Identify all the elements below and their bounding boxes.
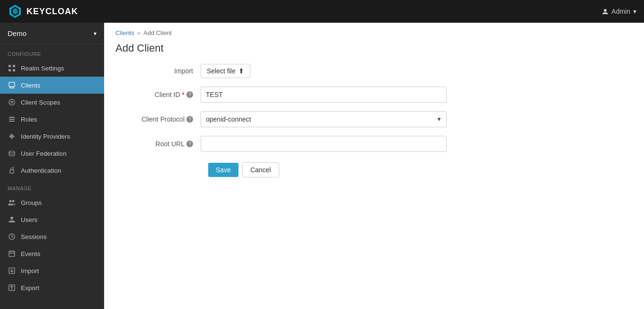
- svg-rect-8: [9, 82, 15, 87]
- sidebar-item-user-federation[interactable]: User Federation: [0, 145, 104, 162]
- sidebar-item-import-label: Import: [21, 267, 39, 274]
- sidebar-item-sessions[interactable]: Sessions: [0, 228, 104, 245]
- main-layout: Demo ▾ Configure Realm Settings Clients …: [0, 23, 644, 309]
- sidebar-item-client-scopes-label: Client Scopes: [21, 99, 60, 106]
- cancel-button[interactable]: Cancel: [242, 162, 279, 177]
- sidebar-item-events[interactable]: Events: [0, 245, 104, 262]
- import-row: Import Select file ⬆: [115, 64, 633, 78]
- sidebar-item-identity-providers[interactable]: Identity Providers: [0, 128, 104, 145]
- realm-name: Demo: [8, 29, 26, 37]
- client-scopes-icon: [8, 98, 16, 106]
- svg-rect-5: [13, 65, 15, 67]
- events-icon: [8, 249, 16, 258]
- sidebar-item-identity-providers-label: Identity Providers: [21, 133, 70, 140]
- root-url-label: Root URL ?: [115, 140, 201, 148]
- sidebar-item-import[interactable]: Import: [0, 262, 104, 279]
- page-title: Add Client: [115, 42, 633, 54]
- sidebar-item-groups[interactable]: Groups: [0, 194, 104, 211]
- svg-point-17: [9, 151, 15, 153]
- client-id-label: Client ID * ?: [115, 91, 201, 98]
- keycloak-logo-icon: [8, 4, 23, 19]
- sidebar-item-authentication-label: Authentication: [21, 167, 62, 174]
- breadcrumb-separator: »: [137, 29, 141, 36]
- brand: KEYCLOAK: [8, 4, 78, 19]
- client-protocol-row: Client Protocol ? openid-connect saml ▼: [115, 111, 633, 127]
- root-url-help-icon[interactable]: ?: [186, 141, 193, 147]
- configure-section-label: Configure: [0, 44, 104, 60]
- svg-point-3: [604, 9, 607, 12]
- sidebar-item-roles-label: Roles: [21, 116, 37, 123]
- select-file-label: Select file: [207, 67, 236, 75]
- roles-icon: [8, 115, 16, 124]
- navbar: KEYCLOAK Admin ▾: [0, 0, 644, 23]
- svg-rect-6: [9, 69, 11, 71]
- sidebar-item-client-scopes[interactable]: Client Scopes: [0, 94, 104, 111]
- client-id-help-icon[interactable]: ?: [186, 91, 193, 98]
- realm-selector[interactable]: Demo ▾: [0, 23, 104, 44]
- sidebar-item-clients-label: Clients: [21, 82, 40, 89]
- manage-section-label: Manage: [0, 179, 104, 194]
- realm-chevron-icon: ▾: [94, 30, 97, 37]
- sidebar-item-export[interactable]: Export: [0, 279, 104, 296]
- client-id-row: Client ID * ?: [115, 87, 633, 103]
- svg-rect-12: [9, 119, 15, 120]
- svg-point-20: [12, 200, 15, 203]
- clients-icon: [8, 81, 16, 89]
- root-url-row: Root URL ?: [115, 136, 633, 152]
- user-federation-icon: [8, 149, 16, 158]
- svg-point-10: [11, 101, 13, 103]
- sidebar-item-groups-label: Groups: [21, 199, 42, 206]
- content-area: Clients » Add Client Add Client Import S…: [104, 23, 644, 309]
- svg-rect-13: [9, 121, 15, 122]
- sidebar-item-roles[interactable]: Roles: [0, 111, 104, 128]
- sidebar-item-users-label: Users: [21, 216, 37, 223]
- client-id-input[interactable]: [201, 87, 447, 103]
- svg-rect-11: [9, 117, 15, 118]
- sidebar-item-realm-settings-label: Realm Settings: [21, 65, 64, 72]
- client-protocol-help-icon[interactable]: ?: [186, 116, 193, 123]
- add-client-form: Import Select file ⬆ Client ID * ?: [104, 64, 644, 177]
- user-icon: [602, 8, 609, 15]
- svg-rect-23: [9, 251, 15, 256]
- select-file-button[interactable]: Select file ⬆: [201, 64, 250, 78]
- client-protocol-select[interactable]: openid-connect saml: [201, 111, 447, 127]
- breadcrumb: Clients » Add Client: [104, 23, 644, 36]
- file-upload-icon: ⬆: [238, 67, 244, 75]
- sidebar-item-clients[interactable]: Clients: [0, 77, 104, 94]
- sessions-icon: [8, 232, 16, 241]
- svg-rect-18: [10, 170, 14, 173]
- client-protocol-select-wrapper: openid-connect saml ▼: [201, 111, 447, 127]
- groups-icon: [8, 198, 16, 207]
- svg-point-19: [9, 200, 12, 203]
- breadcrumb-current: Add Client: [143, 29, 172, 36]
- breadcrumb-clients-link[interactable]: Clients: [115, 29, 134, 36]
- sidebar-item-user-federation-label: User Federation: [21, 150, 67, 157]
- users-icon: [8, 215, 16, 224]
- app-title: KEYCLOAK: [26, 7, 78, 17]
- export-icon: [8, 283, 16, 292]
- sidebar-item-authentication[interactable]: Authentication: [0, 162, 104, 179]
- import-icon: [8, 266, 16, 275]
- save-button[interactable]: Save: [208, 163, 238, 177]
- realm-settings-icon: [8, 64, 16, 72]
- sidebar: Demo ▾ Configure Realm Settings Clients …: [0, 23, 104, 309]
- sidebar-item-users[interactable]: Users: [0, 211, 104, 228]
- svg-rect-7: [13, 69, 15, 71]
- page-header: Add Client: [104, 36, 644, 64]
- root-url-input[interactable]: [201, 136, 447, 152]
- svg-point-9: [9, 99, 15, 105]
- svg-rect-4: [9, 65, 11, 67]
- user-chevron: ▾: [633, 8, 636, 15]
- sidebar-item-export-label: Export: [21, 284, 39, 291]
- user-label: Admin: [611, 8, 630, 15]
- sidebar-item-realm-settings[interactable]: Realm Settings: [0, 60, 104, 77]
- sidebar-item-events-label: Events: [21, 250, 40, 257]
- user-menu[interactable]: Admin ▾: [602, 8, 636, 15]
- import-label: Import: [115, 67, 201, 75]
- form-button-row: Save Cancel: [208, 160, 633, 177]
- sidebar-item-sessions-label: Sessions: [21, 233, 47, 240]
- client-protocol-label: Client Protocol ?: [115, 115, 201, 123]
- identity-providers-icon: [8, 132, 16, 141]
- authentication-icon: [8, 166, 16, 175]
- required-star: *: [182, 91, 185, 98]
